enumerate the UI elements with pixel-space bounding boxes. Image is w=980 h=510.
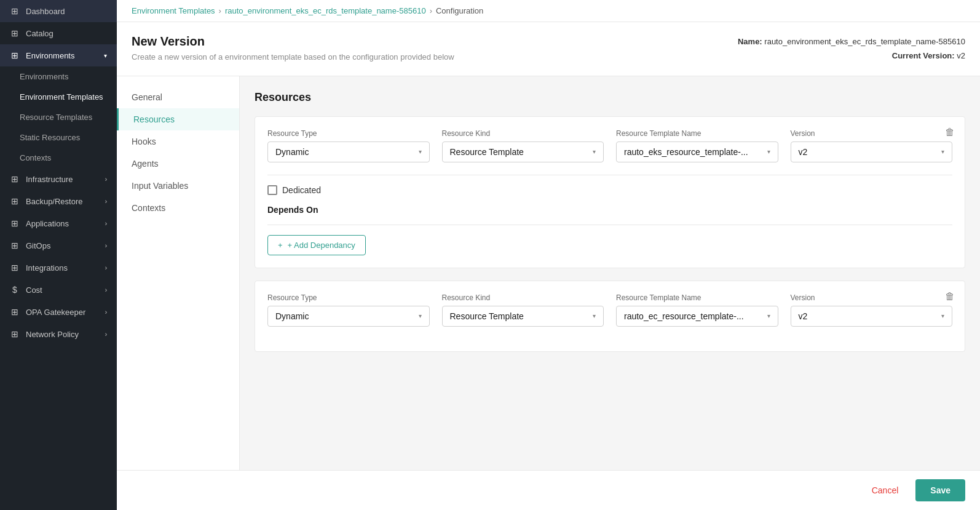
- sidebar-item-network-policy[interactable]: ⊞ Network Policy ›: [0, 323, 117, 345]
- resource-type-select-1[interactable]: Dynamic ▾: [267, 141, 430, 162]
- chevron-right-icon-7: ›: [105, 309, 107, 316]
- save-button[interactable]: Save: [915, 479, 965, 501]
- breadcrumb-template-name[interactable]: rauto_environment_eks_ec_rds_template_na…: [225, 6, 426, 15]
- chevron-down-icon-kind-2: ▾: [593, 313, 596, 319]
- panel-title: Resources: [255, 91, 965, 104]
- sidebar-item-dashboard[interactable]: ⊞ Dashboard: [0, 0, 117, 22]
- main-content: Environment Templates › rauto_environmen…: [117, 0, 980, 510]
- resource-card-1: 🗑 Resource Type Dynamic ▾ Resource Kind …: [255, 116, 965, 268]
- version-select-2[interactable]: v2 ▾: [791, 306, 953, 327]
- chevron-right-icon-2: ›: [105, 198, 107, 205]
- delete-card-2-button[interactable]: 🗑: [945, 291, 955, 302]
- sidebar-sub-item-contexts[interactable]: Contexts: [0, 148, 117, 168]
- depends-on-title-1: Depends On: [267, 205, 952, 215]
- sidebar-item-catalog[interactable]: ⊞ Catalog: [0, 22, 117, 44]
- sidebar-sub-item-resource-templates[interactable]: Resource Templates: [0, 107, 117, 127]
- field-resource-kind-1: Resource Kind Resource Template ▾: [442, 129, 604, 162]
- network-icon: ⊞: [10, 329, 20, 339]
- page-subtitle: Create a new version of a environment te…: [132, 52, 454, 62]
- left-nav-hooks[interactable]: Hooks: [117, 130, 239, 153]
- sidebar-item-applications[interactable]: ⊞ Applications ›: [0, 212, 117, 234]
- dashboard-icon: ⊞: [10, 6, 20, 16]
- page-header: New Version Create a new version of a en…: [117, 22, 980, 76]
- chevron-right-icon-8: ›: [105, 331, 107, 338]
- fields-row-1: Resource Type Dynamic ▾ Resource Kind Re…: [267, 129, 952, 162]
- template-name-select-2[interactable]: rauto_ec_resource_template-... ▾: [616, 306, 778, 327]
- fields-row-2: Resource Type Dynamic ▾ Resource Kind Re…: [267, 293, 952, 327]
- cancel-button[interactable]: Cancel: [862, 480, 909, 500]
- chevron-down-icon-type-1: ▾: [419, 148, 422, 155]
- sidebar-item-infrastructure[interactable]: ⊞ Infrastructure ›: [0, 168, 117, 190]
- add-dependency-button-1[interactable]: + + Add Dependancy: [267, 235, 366, 255]
- chevron-right-icon-6: ›: [105, 287, 107, 293]
- applications-icon: ⊞: [10, 218, 20, 228]
- version-label-1: Version: [791, 129, 953, 138]
- sidebar: ⊞ Dashboard ⊞ Catalog ⊞ Environments ▾ E…: [0, 0, 117, 510]
- opa-icon: ⊞: [10, 307, 20, 317]
- field-resource-type-1: Resource Type Dynamic ▾: [267, 129, 430, 162]
- chevron-down-icon-tname-2: ▾: [767, 313, 770, 319]
- field-resource-type-2: Resource Type Dynamic ▾: [267, 293, 430, 327]
- header-meta: Name: rauto_environment_eks_ec_rds_templ…: [738, 34, 965, 63]
- chevron-right-icon-3: ›: [105, 220, 107, 227]
- breadcrumb-env-templates[interactable]: Environment Templates: [132, 6, 215, 15]
- chevron-down-icon: ▾: [104, 52, 107, 59]
- sidebar-sub-item-environments[interactable]: Environments: [0, 66, 117, 87]
- version-label: Current Version:: [892, 51, 955, 60]
- field-version-1: Version v2 ▾: [791, 129, 953, 162]
- chevron-right-icon: ›: [105, 176, 107, 183]
- catalog-icon: ⊞: [10, 28, 20, 38]
- breadcrumb-configuration: Configuration: [436, 6, 483, 15]
- sidebar-item-integrations[interactable]: ⊞ Integrations ›: [0, 257, 117, 279]
- dedicated-label-1: Dedicated: [282, 185, 321, 195]
- chevron-down-icon-kind-1: ▾: [593, 148, 596, 155]
- sidebar-sub-item-static-resources[interactable]: Static Resources: [0, 127, 117, 148]
- resource-kind-select-1[interactable]: Resource Template ▾: [442, 141, 604, 162]
- page-title: New Version: [132, 34, 454, 49]
- template-name-label-1: Resource Template Name: [616, 129, 778, 138]
- resource-type-label-1: Resource Type: [267, 129, 430, 138]
- resource-type-label-2: Resource Type: [267, 293, 430, 302]
- sidebar-item-opa-gatekeeper[interactable]: ⊞ OPA Gatekeeper ›: [0, 301, 117, 323]
- breadcrumb-sep-2: ›: [430, 6, 432, 15]
- sidebar-item-backup-restore[interactable]: ⊞ Backup/Restore ›: [0, 190, 117, 212]
- chevron-down-icon-tname-1: ▾: [767, 148, 770, 155]
- left-nav-general[interactable]: General: [117, 86, 239, 108]
- chevron-down-icon-ver-1: ▾: [941, 148, 944, 155]
- field-template-name-1: Resource Template Name rauto_eks_resourc…: [616, 129, 778, 162]
- footer: Cancel Save: [117, 470, 980, 510]
- delete-card-1-button[interactable]: 🗑: [945, 127, 955, 138]
- template-name-label-2: Resource Template Name: [616, 293, 778, 302]
- left-nav: General Resources Hooks Agents Input Var…: [117, 76, 240, 470]
- infrastructure-icon: ⊞: [10, 174, 20, 184]
- integrations-icon: ⊞: [10, 263, 20, 273]
- resource-card-2: 🗑 Resource Type Dynamic ▾ Resource Kind …: [255, 281, 965, 352]
- resource-type-select-2[interactable]: Dynamic ▾: [267, 306, 430, 327]
- right-panel: Resources 🗑 Resource Type Dynamic ▾ Reso…: [240, 76, 980, 470]
- version-select-1[interactable]: v2 ▾: [791, 141, 953, 162]
- sidebar-sub-item-environment-templates[interactable]: Environment Templates: [0, 87, 117, 107]
- left-nav-contexts[interactable]: Contexts: [117, 197, 239, 219]
- resource-kind-select-2[interactable]: Resource Template ▾: [442, 306, 604, 327]
- cost-icon: $: [10, 285, 20, 295]
- gitops-icon: ⊞: [10, 241, 20, 250]
- name-label: Name:: [738, 37, 762, 46]
- plus-icon-1: +: [278, 241, 283, 250]
- field-version-2: Version v2 ▾: [791, 293, 953, 327]
- left-nav-agents[interactable]: Agents: [117, 153, 239, 175]
- chevron-down-icon-type-2: ▾: [419, 313, 422, 319]
- resource-kind-label-1: Resource Kind: [442, 129, 604, 138]
- backup-icon: ⊞: [10, 196, 20, 206]
- template-name-select-1[interactable]: rauto_eks_resource_template-... ▾: [616, 141, 778, 162]
- field-resource-kind-2: Resource Kind Resource Template ▾: [442, 293, 604, 327]
- left-nav-input-variables[interactable]: Input Variables: [117, 175, 239, 197]
- left-nav-resources[interactable]: Resources: [117, 108, 239, 130]
- sidebar-item-gitops[interactable]: ⊞ GitOps ›: [0, 234, 117, 257]
- environments-icon: ⊞: [10, 50, 20, 60]
- sidebar-item-environments[interactable]: ⊞ Environments ▾: [0, 44, 117, 66]
- sidebar-item-cost[interactable]: $ Cost ›: [0, 279, 117, 301]
- breadcrumb: Environment Templates › rauto_environmen…: [117, 0, 980, 22]
- version-value: v2: [957, 51, 965, 60]
- dedicated-checkbox-1[interactable]: [267, 185, 277, 195]
- dedicated-checkbox-row-1: Dedicated: [267, 185, 952, 195]
